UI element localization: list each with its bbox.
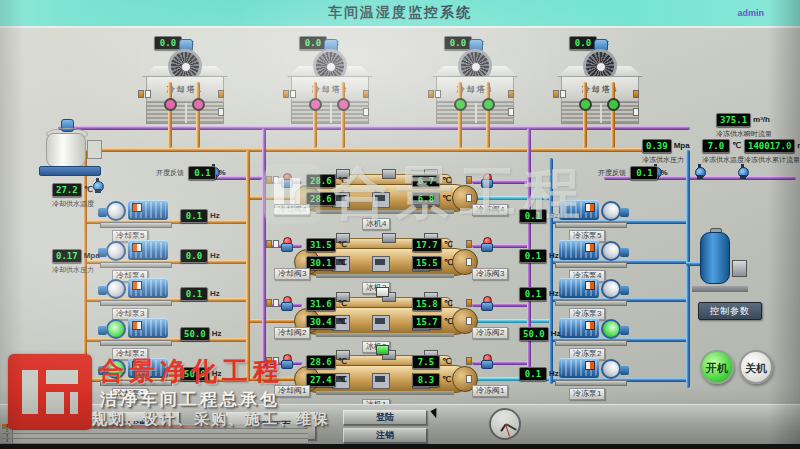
cooling-valve-label: 冷却阀4 [274,204,310,216]
expansion-tank[interactable] [690,228,752,300]
chiller-control-panel [372,256,390,272]
fan-hub-icon [596,62,606,72]
status-indicator-pair [553,90,567,108]
pump-base [555,222,627,228]
pump-gauge-icon [106,241,126,261]
chiller-chilled-in-temp: 15.7℃ [412,312,453,330]
indicator-amber [283,90,289,98]
chilled-pump-4[interactable]: 冷冻泵250.0Hz [519,316,631,360]
pump-inlet [620,326,629,335]
valve-feedback-right-value: 0.1 [630,166,658,180]
cooling-pump-5[interactable]: 冷却泵150.0Hz [98,356,210,400]
tower-valve-icon[interactable] [337,98,350,111]
tower-valve-icon[interactable] [607,98,620,111]
valve-body [281,243,293,252]
tower-louver [146,102,224,124]
chilled-supply-total-flow-value: 140017.0 [744,139,795,153]
pump-base [555,380,627,386]
indicator-amber [466,299,472,307]
chilled-supply-total-flow: 140017.0m³ 冷冻供水累计流量 [744,136,800,165]
cooling-supply-temp: 27.2℃ 冷却供水温度 [52,180,94,209]
tower-valve-icon[interactable] [482,98,495,111]
tower-drain-pipe [583,82,587,148]
status-indicator-pair [218,90,228,126]
tower-valve-icon[interactable] [454,98,467,111]
chilled-valve-icon[interactable] [480,295,492,313]
chilled-valve-icon[interactable] [480,236,492,254]
fan-hub-icon [181,62,191,72]
pump-speed-display: 50.0Hz [519,324,560,342]
chiller-cooling-in-temp: 31.5℃ [306,235,347,253]
pump-inlet [98,326,107,335]
cooling-tower-3[interactable]: 0.0Hz冷却塔3 [432,36,518,154]
chilled-valve-icon[interactable] [480,172,492,190]
indicator-amber [466,240,472,248]
chilled-pump-5[interactable]: 冷冻泵10.1Hz [519,356,631,400]
temp-value: 6.7 [412,174,440,188]
indicator-amber [633,90,639,98]
indicator-amber [553,90,559,98]
chiller-feet [316,391,454,395]
pump-warning-sticker-icon [132,281,142,290]
tower-valve-icon[interactable] [192,98,205,111]
pump-warning-sticker-icon [585,281,595,290]
cooling-pump-1[interactable]: 冷却泵50.1Hz [98,198,210,242]
pump-gauge-icon [106,359,126,379]
cooling-valve-icon[interactable] [280,236,292,254]
clock [489,408,521,440]
tower-valve-icon[interactable] [579,98,592,111]
cooling-valve-icon[interactable] [280,353,292,371]
chiller-冰机4[interactable]: 冰机428.6℃28.6℃6.7℃6.8℃冷却阀4冷冻阀4 [296,174,474,230]
tower-valve-icon[interactable] [309,98,322,111]
indicator-white [508,108,514,116]
indicator-amber [266,357,272,365]
cooling-tower-1[interactable]: 0.0Hz冷却塔1 [142,36,228,154]
chiller-冰机3[interactable]: 冰机331.5℃30.1℃17.7℃15.5℃冷却阀3冷冻阀3 [296,238,474,294]
status-indicator-pair [363,90,373,126]
chiller-feet [316,274,454,278]
pump-base [100,380,172,386]
pump-warning-sticker-icon [585,243,595,252]
chilled-pump-1[interactable]: 冷冻泵50.1Hz [519,198,631,242]
pump-hz-value: 0.1 [519,209,547,223]
tower-drain-pipe [611,82,615,148]
cooling-valve-icon[interactable] [280,172,292,190]
cooling-tower-2[interactable]: 0.0Hz冷却塔2 [287,36,373,154]
pump-gauge-icon [601,241,621,261]
pump-warning-sticker-icon [132,243,142,252]
status-indicator-pair [466,299,474,335]
indicator-white [273,357,279,365]
control-params-button[interactable]: 控制参数 [698,302,762,320]
chilled-supply-pressure: 0.39Mpa 冷冻供水压力 [642,136,690,165]
valve-body [281,302,293,311]
chiller-chilled-in-temp: 15.5℃ [412,253,453,271]
cooling-valve-icon[interactable] [280,295,292,313]
temp-value: 6.8 [412,192,440,206]
chilled-pump-3[interactable]: 冷冻泵30.1Hz [519,276,631,320]
pump-hz-value: 0.1 [519,367,547,381]
chiller-冰机1[interactable]: 冰机128.6℃27.4℃7.5℃8.3℃冷却阀1冷冻阀1 [296,355,474,411]
tower-label: 冷却塔3 [436,76,514,102]
power-on-button[interactable]: 开机 [700,350,734,384]
temp-value: 15.5 [412,256,442,270]
valve-body [481,360,493,369]
cooling-tower-4[interactable]: 0.0Hz冷却塔4 [557,36,643,154]
valve-feedback-left-value: 0.1 [188,166,216,180]
power-off-button[interactable]: 关机 [739,350,773,384]
pump-speed-display: 50.0Hz [180,324,221,342]
pump-warning-sticker-icon [585,203,595,212]
chilled-supply-temp-value: 7.0 [702,139,730,153]
chiller-control-panel [372,315,390,331]
temp-value: 17.7 [412,238,442,252]
logout-button[interactable]: 注销 [343,428,427,443]
cooling-pump-4[interactable]: 冷却泵250.0Hz [98,316,210,360]
tower-valve-icon[interactable] [164,98,177,111]
chilled-valve-icon[interactable] [480,353,492,371]
cooling-water-tank[interactable] [34,124,106,178]
chiller-chilled-out-temp: 7.5℃ [412,352,451,370]
tower-drain-pipe [486,82,490,148]
pump-speed-display: 0.0Hz [180,246,220,264]
login-button[interactable]: 登陆 [343,410,427,425]
cooling-pump-3[interactable]: 冷却泵30.1Hz [98,276,210,320]
indicator-white [273,240,279,248]
